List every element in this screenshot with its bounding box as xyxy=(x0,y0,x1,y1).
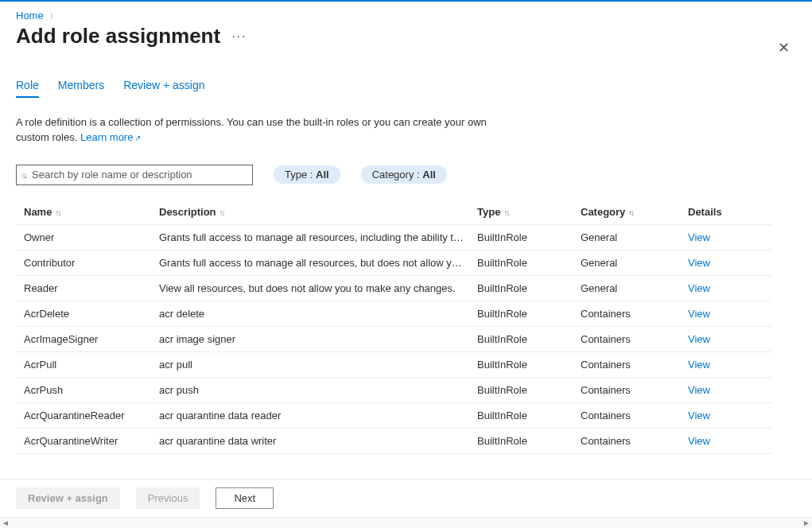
table-row[interactable]: AcrPullacr pullBuiltInRoleContainersView xyxy=(16,351,771,377)
cell-description: View all resources, but does not allow y… xyxy=(159,282,477,294)
filter-category[interactable]: Category : All xyxy=(361,165,447,184)
view-link[interactable]: View xyxy=(688,333,752,345)
view-link[interactable]: View xyxy=(688,257,752,269)
cell-type: BuiltInRole xyxy=(477,359,581,371)
col-name[interactable]: Name↑↓ xyxy=(24,206,159,218)
view-link[interactable]: View xyxy=(688,384,752,396)
cell-category: Containers xyxy=(581,308,688,320)
cell-type: BuiltInRole xyxy=(477,308,581,320)
view-link[interactable]: View xyxy=(688,435,752,447)
previous-button: Previous xyxy=(136,487,200,509)
cell-name: AcrQuarantineReader xyxy=(24,410,159,421)
cell-type: BuiltInRole xyxy=(477,231,581,243)
cell-description: Grants full access to manage all resourc… xyxy=(159,257,477,269)
cell-description: acr pull xyxy=(159,359,477,371)
more-options-button[interactable]: ··· xyxy=(231,29,247,44)
content-scroll-area[interactable]: Role Members Review + assign A role defi… xyxy=(0,56,812,479)
cell-category: Containers xyxy=(581,384,688,396)
view-link[interactable]: View xyxy=(688,359,752,371)
tab-bar: Role Members Review + assign xyxy=(16,79,796,98)
sort-icon: ↑↓ xyxy=(55,208,60,217)
cell-category: Containers xyxy=(581,359,688,371)
cell-category: General xyxy=(581,257,688,269)
cell-name: Contributor xyxy=(24,257,159,269)
cell-description: acr quarantine data writer xyxy=(159,435,477,447)
view-link[interactable]: View xyxy=(688,308,752,320)
description-text: A role definition is a collection of per… xyxy=(16,115,509,146)
cell-description: acr image signer xyxy=(159,333,477,345)
breadcrumb-home[interactable]: Home xyxy=(16,10,44,21)
col-category[interactable]: Category↑↓ xyxy=(581,206,688,218)
cell-description: acr quarantine data reader xyxy=(159,410,477,421)
sort-icon: ↑↓ xyxy=(628,208,633,217)
table-row[interactable]: AcrDeleteacr deleteBuiltInRoleContainers… xyxy=(16,301,771,326)
table-header: Name↑↓ Description↑↓ Type↑↓ Category↑↓ D… xyxy=(16,200,771,224)
cell-type: BuiltInRole xyxy=(477,384,581,396)
cell-type: BuiltInRole xyxy=(477,435,581,447)
cell-type: BuiltInRole xyxy=(477,257,581,269)
col-details: Details xyxy=(688,206,752,218)
view-link[interactable]: View xyxy=(688,282,752,294)
filter-type[interactable]: Type : All xyxy=(274,165,340,184)
scroll-right-icon[interactable]: ► xyxy=(802,518,810,527)
learn-more-link[interactable]: Learn more↗ xyxy=(80,131,141,143)
tab-members[interactable]: Members xyxy=(58,79,104,98)
cell-category: General xyxy=(581,282,688,294)
cell-category: Containers xyxy=(581,435,688,447)
table-row[interactable]: ReaderView all resources, but does not a… xyxy=(16,275,771,301)
cell-name: AcrImageSigner xyxy=(24,333,159,345)
view-link[interactable]: View xyxy=(688,231,752,243)
table-row[interactable]: AcrQuarantineReaderacr quarantine data r… xyxy=(16,402,771,428)
search-input-wrapper[interactable]: ⌕ xyxy=(16,165,253,185)
table-row[interactable]: AcrQuarantineWriteracr quarantine data w… xyxy=(16,428,771,454)
cell-name: AcrQuarantineWriter xyxy=(24,435,159,447)
table-row[interactable]: ContributorGrants full access to manage … xyxy=(16,250,771,275)
tab-role[interactable]: Role xyxy=(16,79,39,98)
cell-category: General xyxy=(581,231,688,243)
external-link-icon: ↗ xyxy=(134,134,141,142)
tab-review-assign[interactable]: Review + assign xyxy=(123,79,204,98)
close-icon: ✕ xyxy=(778,39,790,56)
cell-name: AcrPull xyxy=(24,359,159,371)
table-row[interactable]: AcrPushacr pushBuiltInRoleContainersView xyxy=(16,377,771,402)
view-link[interactable]: View xyxy=(688,410,752,421)
horizontal-scrollbar[interactable]: ◄ ► xyxy=(0,517,812,528)
cell-category: Containers xyxy=(581,333,688,345)
sort-icon: ↑↓ xyxy=(220,208,224,217)
table-row[interactable]: OwnerGrants full access to manage all re… xyxy=(16,224,771,250)
cell-name: AcrDelete xyxy=(24,308,159,320)
col-type[interactable]: Type↑↓ xyxy=(477,206,581,218)
next-button[interactable]: Next xyxy=(216,487,274,509)
sort-icon: ↑↓ xyxy=(503,208,508,217)
cell-type: BuiltInRole xyxy=(477,333,581,345)
cell-category: Containers xyxy=(581,410,688,421)
close-button[interactable]: ✕ xyxy=(774,38,793,57)
search-input[interactable] xyxy=(30,168,247,181)
add-role-assignment-panel: Home 〉 Add role assignment ··· ✕ Role Me… xyxy=(0,0,812,528)
scroll-left-icon[interactable]: ◄ xyxy=(2,518,10,527)
cell-name: AcrPush xyxy=(24,384,159,396)
chevron-right-icon: 〉 xyxy=(49,11,58,21)
breadcrumb: Home 〉 xyxy=(0,2,812,22)
cell-description: Grants full access to manage all resourc… xyxy=(159,231,477,243)
footer-bar: Review + assign Previous Next xyxy=(0,479,812,517)
cell-description: acr push xyxy=(159,384,477,396)
cell-description: acr delete xyxy=(159,308,477,320)
search-icon: ⌕ xyxy=(21,169,27,181)
cell-type: BuiltInRole xyxy=(477,282,581,294)
table-row[interactable]: AcrImageSigneracr image signerBuiltInRol… xyxy=(16,326,771,351)
cell-name: Reader xyxy=(24,282,159,294)
cell-name: Owner xyxy=(24,231,159,243)
review-assign-button: Review + assign xyxy=(16,487,120,509)
roles-table: Name↑↓ Description↑↓ Type↑↓ Category↑↓ D… xyxy=(16,200,771,454)
col-description[interactable]: Description↑↓ xyxy=(159,206,477,218)
page-title: Add role assignment xyxy=(16,24,220,49)
cell-type: BuiltInRole xyxy=(477,410,581,421)
